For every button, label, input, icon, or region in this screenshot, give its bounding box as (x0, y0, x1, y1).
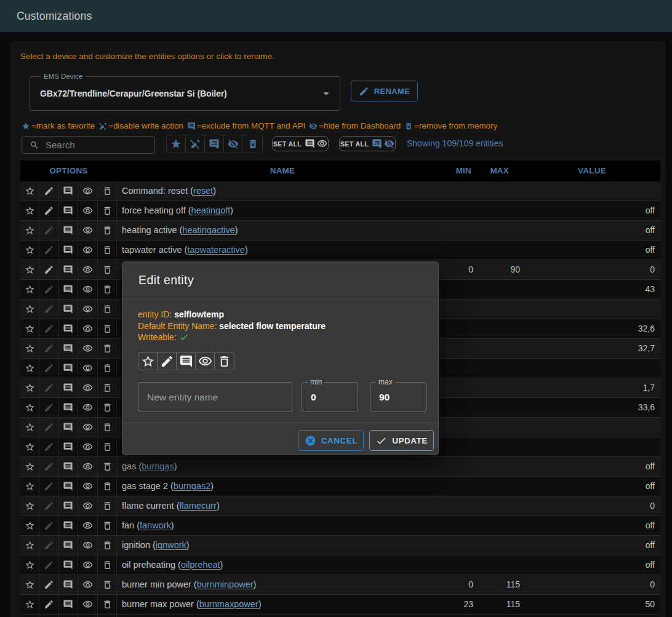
row-comment-button[interactable] (59, 555, 78, 575)
row-eye-button[interactable] (78, 260, 97, 279)
entity-id-link[interactable]: burngas (142, 461, 174, 471)
row-delete-o-button[interactable] (98, 516, 118, 535)
table-row[interactable]: heating active (heatingactive)off (20, 221, 660, 241)
ems-device-select[interactable]: EMS Device GBx72/Trendline/Cerapur/Green… (30, 76, 340, 111)
row-delete-o-button[interactable] (98, 241, 118, 260)
row-eye-button[interactable] (78, 477, 97, 496)
cancel-button[interactable]: CANCEL (298, 430, 364, 451)
row-delete-o-button[interactable] (98, 575, 118, 594)
row-edit-button[interactable] (39, 555, 58, 575)
row-eye-button[interactable] (78, 378, 97, 397)
entity-id-link[interactable]: flamecurr (179, 501, 216, 511)
row-star-o-button[interactable] (20, 181, 39, 201)
row-comment-button[interactable] (59, 477, 78, 496)
row-eye-button[interactable] (78, 536, 97, 555)
row-delete-o-button[interactable] (98, 359, 118, 378)
entity-id-link[interactable]: reset (193, 186, 213, 196)
row-star-o-button[interactable] (20, 359, 39, 378)
row-star-o-button[interactable] (20, 260, 39, 279)
table-row[interactable]: flame current (flamecurr)0 (20, 496, 660, 516)
row-delete-o-button[interactable] (98, 496, 118, 515)
row-star-o-button[interactable] (20, 595, 39, 614)
row-eye-button[interactable] (78, 241, 97, 260)
filter-eye-off-button[interactable] (224, 135, 243, 153)
row-eye-button[interactable] (78, 339, 97, 358)
set-all-visible-button[interactable]: SET ALL (272, 136, 329, 151)
row-comment-button[interactable] (59, 516, 78, 535)
row-eye-button[interactable] (78, 575, 97, 594)
row-comment-button[interactable] (59, 378, 78, 397)
row-edit-button[interactable] (39, 437, 58, 456)
row-edit-button[interactable] (39, 595, 58, 614)
entity-id-link[interactable]: burnminpower (197, 579, 254, 589)
table-row[interactable]: gas (burngas)off (20, 457, 660, 477)
row-delete-o-button[interactable] (98, 260, 118, 279)
row-delete-o-button[interactable] (98, 201, 118, 220)
table-row[interactable]: fan (fanwork)off (20, 516, 660, 536)
row-eye-button[interactable] (78, 398, 97, 417)
row-delete-o-button[interactable] (98, 477, 118, 496)
entity-id-link[interactable]: burnmaxpower (199, 599, 258, 609)
row-eye-button[interactable] (78, 221, 97, 240)
table-row[interactable]: burner min power (burnminpower)01150 (20, 575, 660, 595)
row-edit-button[interactable] (39, 496, 58, 515)
row-comment-button[interactable] (59, 575, 78, 594)
row-edit-button[interactable] (39, 418, 58, 437)
row-eye-button[interactable] (78, 437, 97, 456)
row-edit-button[interactable] (39, 319, 58, 338)
row-edit-button[interactable] (39, 536, 58, 555)
row-edit-button[interactable] (39, 575, 58, 594)
row-edit-button[interactable] (39, 260, 58, 279)
row-star-o-button[interactable] (20, 437, 39, 456)
row-comment-button[interactable] (59, 280, 78, 299)
row-delete-o-button[interactable] (98, 418, 118, 437)
row-comment-button[interactable] (59, 615, 78, 617)
row-edit-button[interactable] (39, 359, 58, 378)
entity-id-link[interactable]: heatingoff (191, 205, 230, 215)
row-eye-button[interactable] (78, 595, 97, 614)
row-comment-button[interactable] (59, 536, 78, 555)
row-comment-button[interactable] (59, 398, 78, 417)
row-eye-button[interactable] (78, 516, 97, 535)
row-delete-o-button[interactable] (98, 437, 118, 456)
row-eye-button[interactable] (78, 555, 97, 575)
row-star-o-button[interactable] (20, 398, 39, 417)
row-comment-button[interactable] (59, 201, 78, 220)
row-comment-button[interactable] (59, 319, 78, 338)
row-star-o-button[interactable] (20, 516, 39, 535)
row-delete-o-button[interactable] (98, 181, 118, 201)
row-edit-button[interactable] (39, 201, 58, 220)
row-star-o-button[interactable] (20, 555, 39, 575)
row-edit-button[interactable] (39, 280, 58, 299)
entity-id-link[interactable]: oilpreheat (181, 560, 220, 570)
row-delete-o-button[interactable] (98, 339, 118, 358)
row-delete-o-button[interactable] (98, 555, 118, 575)
filter-comment-off-button[interactable] (205, 135, 224, 153)
entity-id-link[interactable]: ignwork (156, 540, 186, 550)
row-edit-button[interactable] (39, 339, 58, 358)
row-eye-button[interactable] (78, 359, 97, 378)
entity-id-link[interactable]: burngas2 (174, 481, 210, 491)
row-edit-button[interactable] (39, 615, 58, 617)
filter-star-button[interactable] (167, 135, 186, 153)
toggle-delete-o-button[interactable] (215, 352, 234, 370)
row-eye-button[interactable] (78, 300, 97, 319)
max-field[interactable] (379, 383, 421, 412)
toggle-comment-button[interactable] (177, 352, 196, 370)
row-delete-o-button[interactable] (98, 221, 118, 240)
row-comment-button[interactable] (59, 437, 78, 456)
table-row[interactable]: ignition (ignwork)off (20, 536, 660, 555)
search-input[interactable] (22, 136, 155, 154)
row-comment-button[interactable] (59, 260, 78, 279)
row-eye-button[interactable] (78, 457, 97, 476)
row-star-o-button[interactable] (20, 615, 39, 617)
table-row[interactable]: burner max power (burnmaxpower)2311550 (20, 595, 660, 615)
row-delete-o-button[interactable] (98, 536, 118, 555)
row-star-o-button[interactable] (20, 241, 39, 260)
rename-button[interactable]: RENAME (351, 81, 418, 102)
row-delete-o-button[interactable] (98, 300, 118, 319)
row-star-o-button[interactable] (20, 378, 39, 397)
row-comment-button[interactable] (59, 418, 78, 437)
update-button[interactable]: UPDATE (369, 430, 434, 451)
row-edit-button[interactable] (39, 457, 58, 476)
